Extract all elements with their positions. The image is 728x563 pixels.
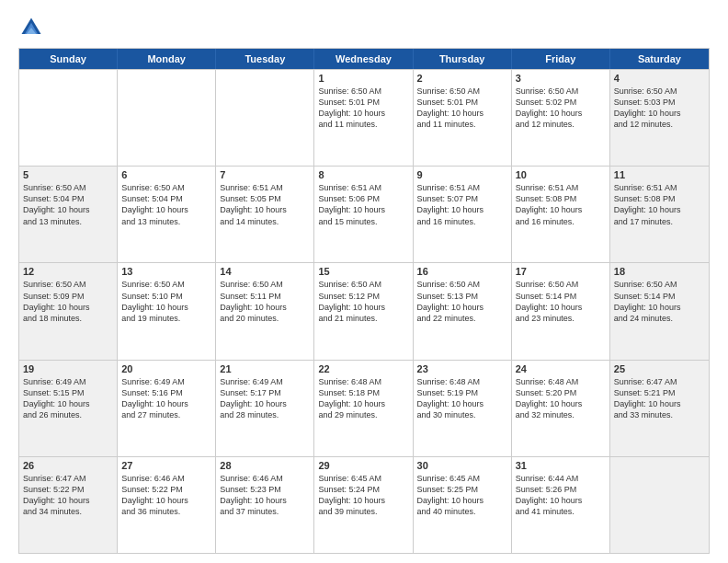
cal-cell: 5Sunrise: 6:50 AM Sunset: 5:04 PM Daylig…: [19, 167, 118, 262]
day-number: 6: [121, 169, 211, 180]
cal-cell: 7Sunrise: 6:51 AM Sunset: 5:05 PM Daylig…: [216, 167, 314, 262]
week-row-2: 12Sunrise: 6:50 AM Sunset: 5:09 PM Dayli…: [19, 262, 709, 359]
day-number: 27: [121, 460, 211, 471]
day-header-monday: Monday: [118, 49, 216, 69]
cal-cell: 28Sunrise: 6:46 AM Sunset: 5:23 PM Dayli…: [216, 457, 314, 553]
cal-cell: 12Sunrise: 6:50 AM Sunset: 5:09 PM Dayli…: [19, 263, 118, 359]
day-number: 8: [318, 169, 408, 180]
day-number: 9: [417, 169, 507, 180]
day-info: Sunrise: 6:50 AM Sunset: 5:11 PM Dayligh…: [220, 279, 310, 324]
cal-cell: 4Sunrise: 6:50 AM Sunset: 5:03 PM Daylig…: [610, 70, 709, 166]
cal-cell: 8Sunrise: 6:51 AM Sunset: 5:06 PM Daylig…: [314, 167, 413, 262]
day-number: 5: [23, 169, 113, 180]
day-info: Sunrise: 6:48 AM Sunset: 5:20 PM Dayligh…: [516, 376, 606, 421]
day-number: 13: [121, 266, 211, 277]
cal-cell: 13Sunrise: 6:50 AM Sunset: 5:10 PM Dayli…: [118, 263, 216, 359]
day-number: 28: [220, 460, 310, 471]
day-info: Sunrise: 6:50 AM Sunset: 5:04 PM Dayligh…: [121, 182, 211, 227]
day-number: 11: [614, 169, 705, 180]
day-info: Sunrise: 6:49 AM Sunset: 5:15 PM Dayligh…: [23, 376, 113, 421]
cal-cell: 2Sunrise: 6:50 AM Sunset: 5:01 PM Daylig…: [414, 70, 512, 166]
day-number: 15: [318, 266, 408, 277]
cal-cell: [216, 70, 314, 166]
day-header-sunday: Sunday: [19, 49, 118, 69]
day-info: Sunrise: 6:50 AM Sunset: 5:13 PM Dayligh…: [417, 279, 507, 324]
day-number: 7: [220, 169, 310, 180]
cal-cell: 25Sunrise: 6:47 AM Sunset: 5:21 PM Dayli…: [610, 361, 709, 456]
header: [18, 15, 710, 40]
day-info: Sunrise: 6:50 AM Sunset: 5:04 PM Dayligh…: [23, 182, 113, 227]
day-number: 4: [614, 73, 705, 84]
day-info: Sunrise: 6:46 AM Sunset: 5:23 PM Dayligh…: [220, 473, 310, 518]
day-info: Sunrise: 6:49 AM Sunset: 5:16 PM Dayligh…: [121, 376, 211, 421]
week-row-0: 1Sunrise: 6:50 AM Sunset: 5:01 PM Daylig…: [19, 69, 709, 166]
week-row-1: 5Sunrise: 6:50 AM Sunset: 5:04 PM Daylig…: [19, 166, 709, 262]
cal-cell: 29Sunrise: 6:45 AM Sunset: 5:24 PM Dayli…: [314, 457, 413, 553]
day-info: Sunrise: 6:51 AM Sunset: 5:05 PM Dayligh…: [220, 182, 310, 227]
day-info: Sunrise: 6:50 AM Sunset: 5:01 PM Dayligh…: [318, 86, 408, 131]
day-number: 19: [23, 363, 113, 374]
day-header-thursday: Thursday: [414, 49, 512, 69]
day-info: Sunrise: 6:45 AM Sunset: 5:24 PM Dayligh…: [318, 473, 408, 518]
cal-cell: [19, 70, 118, 166]
day-info: Sunrise: 6:50 AM Sunset: 5:12 PM Dayligh…: [318, 279, 408, 324]
week-row-3: 19Sunrise: 6:49 AM Sunset: 5:15 PM Dayli…: [19, 360, 709, 456]
cal-cell: 10Sunrise: 6:51 AM Sunset: 5:08 PM Dayli…: [512, 167, 610, 262]
day-number: 24: [516, 363, 606, 374]
day-info: Sunrise: 6:50 AM Sunset: 5:02 PM Dayligh…: [516, 86, 606, 131]
cal-cell: 30Sunrise: 6:45 AM Sunset: 5:25 PM Dayli…: [414, 457, 512, 553]
cal-cell: 31Sunrise: 6:44 AM Sunset: 5:26 PM Dayli…: [512, 457, 610, 553]
day-info: Sunrise: 6:51 AM Sunset: 5:06 PM Dayligh…: [318, 182, 408, 227]
day-info: Sunrise: 6:47 AM Sunset: 5:22 PM Dayligh…: [23, 473, 113, 518]
day-number: 17: [516, 266, 606, 277]
cal-cell: 26Sunrise: 6:47 AM Sunset: 5:22 PM Dayli…: [19, 457, 118, 553]
cal-cell: 27Sunrise: 6:46 AM Sunset: 5:22 PM Dayli…: [118, 457, 216, 553]
cal-cell: 1Sunrise: 6:50 AM Sunset: 5:01 PM Daylig…: [314, 70, 413, 166]
day-info: Sunrise: 6:51 AM Sunset: 5:07 PM Dayligh…: [417, 182, 507, 227]
day-info: Sunrise: 6:51 AM Sunset: 5:08 PM Dayligh…: [614, 182, 705, 227]
cal-cell: [118, 70, 216, 166]
cal-cell: 24Sunrise: 6:48 AM Sunset: 5:20 PM Dayli…: [512, 361, 610, 456]
day-number: 2: [417, 73, 507, 84]
day-number: 25: [614, 363, 705, 374]
cal-cell: 3Sunrise: 6:50 AM Sunset: 5:02 PM Daylig…: [512, 70, 610, 166]
cal-cell: [610, 457, 709, 553]
day-info: Sunrise: 6:51 AM Sunset: 5:08 PM Dayligh…: [516, 182, 606, 227]
logo-icon: [18, 15, 44, 40]
calendar-header-row: SundayMondayTuesdayWednesdayThursdayFrid…: [19, 49, 709, 69]
day-header-tuesday: Tuesday: [216, 49, 314, 69]
day-number: 26: [23, 460, 113, 471]
cal-cell: 17Sunrise: 6:50 AM Sunset: 5:14 PM Dayli…: [512, 263, 610, 359]
page: SundayMondayTuesdayWednesdayThursdayFrid…: [0, 0, 728, 563]
calendar-body: 1Sunrise: 6:50 AM Sunset: 5:01 PM Daylig…: [19, 69, 709, 553]
cal-cell: 6Sunrise: 6:50 AM Sunset: 5:04 PM Daylig…: [118, 167, 216, 262]
day-number: 30: [417, 460, 507, 471]
cal-cell: 23Sunrise: 6:48 AM Sunset: 5:19 PM Dayli…: [414, 361, 512, 456]
day-header-wednesday: Wednesday: [314, 49, 413, 69]
day-info: Sunrise: 6:50 AM Sunset: 5:03 PM Dayligh…: [614, 86, 705, 131]
day-number: 3: [516, 73, 606, 84]
day-info: Sunrise: 6:45 AM Sunset: 5:25 PM Dayligh…: [417, 473, 507, 518]
day-header-saturday: Saturday: [610, 49, 709, 69]
cal-cell: 15Sunrise: 6:50 AM Sunset: 5:12 PM Dayli…: [314, 263, 413, 359]
cal-cell: 14Sunrise: 6:50 AM Sunset: 5:11 PM Dayli…: [216, 263, 314, 359]
day-info: Sunrise: 6:47 AM Sunset: 5:21 PM Dayligh…: [614, 376, 705, 421]
day-header-friday: Friday: [512, 49, 610, 69]
day-number: 23: [417, 363, 507, 374]
day-info: Sunrise: 6:50 AM Sunset: 5:09 PM Dayligh…: [23, 279, 113, 324]
calendar: SundayMondayTuesdayWednesdayThursdayFrid…: [18, 48, 710, 554]
day-number: 22: [318, 363, 408, 374]
day-number: 14: [220, 266, 310, 277]
day-info: Sunrise: 6:50 AM Sunset: 5:10 PM Dayligh…: [121, 279, 211, 324]
cal-cell: 16Sunrise: 6:50 AM Sunset: 5:13 PM Dayli…: [414, 263, 512, 359]
day-number: 20: [121, 363, 211, 374]
day-number: 31: [516, 460, 606, 471]
cal-cell: 9Sunrise: 6:51 AM Sunset: 5:07 PM Daylig…: [414, 167, 512, 262]
day-number: 12: [23, 266, 113, 277]
day-number: 29: [318, 460, 408, 471]
day-info: Sunrise: 6:46 AM Sunset: 5:22 PM Dayligh…: [121, 473, 211, 518]
cal-cell: 18Sunrise: 6:50 AM Sunset: 5:14 PM Dayli…: [610, 263, 709, 359]
logo: [18, 15, 48, 40]
cal-cell: 20Sunrise: 6:49 AM Sunset: 5:16 PM Dayli…: [118, 361, 216, 456]
day-info: Sunrise: 6:49 AM Sunset: 5:17 PM Dayligh…: [220, 376, 310, 421]
